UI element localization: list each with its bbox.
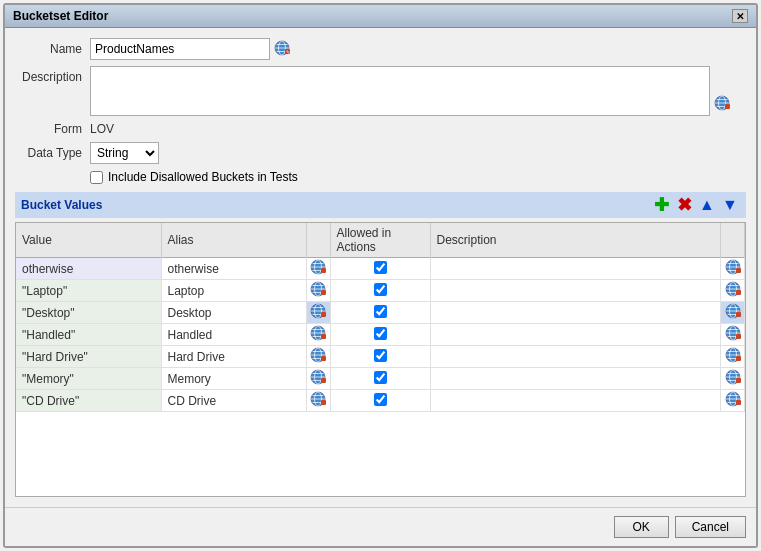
- col-description: Description: [430, 223, 721, 258]
- name-row: Name ✎: [15, 38, 746, 60]
- allowed-checkbox[interactable]: [374, 371, 387, 384]
- cell-alias-globe-icon[interactable]: [306, 324, 330, 346]
- cell-value[interactable]: "Memory": [16, 368, 161, 390]
- cell-alias[interactable]: Desktop: [161, 302, 306, 324]
- svg-rect-36: [736, 290, 741, 295]
- table-row[interactable]: otherwise otherwise: [16, 258, 745, 280]
- cell-allowed[interactable]: [330, 258, 430, 280]
- table-row[interactable]: "Desktop" Desktop: [16, 302, 745, 324]
- close-button[interactable]: ✕: [732, 9, 748, 23]
- cell-alias[interactable]: Memory: [161, 368, 306, 390]
- form-label: Form: [15, 122, 90, 136]
- description-label: Description: [15, 66, 90, 84]
- svg-rect-18: [321, 268, 326, 273]
- cell-desc-globe-icon[interactable]: [721, 258, 745, 280]
- svg-rect-48: [736, 312, 741, 317]
- cell-desc-globe-icon[interactable]: [721, 302, 745, 324]
- cell-description[interactable]: [430, 302, 721, 324]
- cell-value[interactable]: "Hard Drive": [16, 346, 161, 368]
- cancel-button[interactable]: Cancel: [675, 516, 746, 538]
- cell-alias-globe-icon[interactable]: [306, 258, 330, 280]
- cell-desc-globe-icon[interactable]: [721, 324, 745, 346]
- allowed-checkbox[interactable]: [374, 261, 387, 274]
- move-down-button[interactable]: ▼: [720, 195, 740, 215]
- svg-rect-66: [321, 356, 326, 361]
- table-row[interactable]: "Handled" Handled: [16, 324, 745, 346]
- cell-allowed[interactable]: [330, 324, 430, 346]
- datatype-select[interactable]: String Number Date: [90, 142, 159, 164]
- name-globe-icon[interactable]: ✎: [274, 40, 290, 59]
- table-row[interactable]: "Hard Drive" Hard Drive: [16, 346, 745, 368]
- cell-alias[interactable]: otherwise: [161, 258, 306, 280]
- cell-allowed[interactable]: [330, 390, 430, 412]
- include-disallowed-row: Include Disallowed Buckets in Tests: [90, 170, 746, 184]
- cell-description[interactable]: [430, 390, 721, 412]
- svg-rect-96: [736, 400, 741, 405]
- svg-rect-90: [321, 400, 326, 405]
- delete-bucket-button[interactable]: ✖: [674, 195, 694, 215]
- cell-value[interactable]: "Handled": [16, 324, 161, 346]
- cell-description[interactable]: [430, 346, 721, 368]
- cell-alias[interactable]: Handled: [161, 324, 306, 346]
- form-value: LOV: [90, 122, 114, 136]
- svg-rect-12: [725, 104, 730, 109]
- col-alias: Alias: [161, 223, 306, 258]
- allowed-checkbox[interactable]: [374, 305, 387, 318]
- cell-value[interactable]: "Laptop": [16, 280, 161, 302]
- allowed-checkbox[interactable]: [374, 327, 387, 340]
- table-header-row: Value Alias Allowed in Actions Descripti…: [16, 223, 745, 258]
- cell-alias-globe-icon[interactable]: [306, 368, 330, 390]
- table-row[interactable]: "Memory" Memory: [16, 368, 745, 390]
- table-row[interactable]: "CD Drive" CD Drive: [16, 390, 745, 412]
- cell-allowed[interactable]: [330, 368, 430, 390]
- svg-rect-78: [321, 378, 326, 383]
- allowed-checkbox[interactable]: [374, 283, 387, 296]
- cell-desc-globe-icon[interactable]: [721, 390, 745, 412]
- allowed-checkbox[interactable]: [374, 349, 387, 362]
- cell-value[interactable]: "Desktop": [16, 302, 161, 324]
- col-value: Value: [16, 223, 161, 258]
- bucket-values-title: Bucket Values: [21, 198, 102, 212]
- cell-value[interactable]: "CD Drive": [16, 390, 161, 412]
- svg-rect-42: [321, 312, 326, 317]
- ok-button[interactable]: OK: [614, 516, 669, 538]
- svg-text:✎: ✎: [286, 48, 290, 54]
- cell-desc-globe-icon[interactable]: [721, 368, 745, 390]
- add-bucket-button[interactable]: ✚: [651, 195, 671, 215]
- cell-alias[interactable]: Hard Drive: [161, 346, 306, 368]
- cell-allowed[interactable]: [330, 280, 430, 302]
- col-allowed: Allowed in Actions: [330, 223, 430, 258]
- include-disallowed-label: Include Disallowed Buckets in Tests: [108, 170, 298, 184]
- cell-alias[interactable]: CD Drive: [161, 390, 306, 412]
- cell-alias-globe-icon[interactable]: [306, 280, 330, 302]
- description-textarea[interactable]: [90, 66, 710, 116]
- desc-globe-icon[interactable]: [714, 95, 730, 114]
- down-arrow-icon: ▼: [722, 196, 738, 214]
- table-row[interactable]: "Laptop" Laptop: [16, 280, 745, 302]
- move-up-button[interactable]: ▲: [697, 195, 717, 215]
- cell-desc-globe-icon[interactable]: [721, 346, 745, 368]
- cell-allowed[interactable]: [330, 346, 430, 368]
- col-alias-icon: [306, 223, 330, 258]
- svg-rect-54: [321, 334, 326, 339]
- cell-description[interactable]: [430, 258, 721, 280]
- cell-allowed[interactable]: [330, 302, 430, 324]
- cell-alias-globe-icon[interactable]: [306, 302, 330, 324]
- cell-desc-globe-icon[interactable]: [721, 280, 745, 302]
- cell-alias-globe-icon[interactable]: [306, 390, 330, 412]
- cell-value[interactable]: otherwise: [16, 258, 161, 280]
- title-bar: Bucketset Editor ✕: [5, 5, 756, 28]
- col-desc-icon: [721, 223, 745, 258]
- name-input[interactable]: [90, 38, 270, 60]
- cell-description[interactable]: [430, 280, 721, 302]
- cell-alias[interactable]: Laptop: [161, 280, 306, 302]
- cell-description[interactable]: [430, 324, 721, 346]
- svg-rect-30: [321, 290, 326, 295]
- cell-description[interactable]: [430, 368, 721, 390]
- delete-icon: ✖: [677, 194, 692, 216]
- dialog-title: Bucketset Editor: [13, 9, 108, 23]
- up-arrow-icon: ▲: [699, 196, 715, 214]
- cell-alias-globe-icon[interactable]: [306, 346, 330, 368]
- include-disallowed-checkbox[interactable]: [90, 171, 103, 184]
- allowed-checkbox[interactable]: [374, 393, 387, 406]
